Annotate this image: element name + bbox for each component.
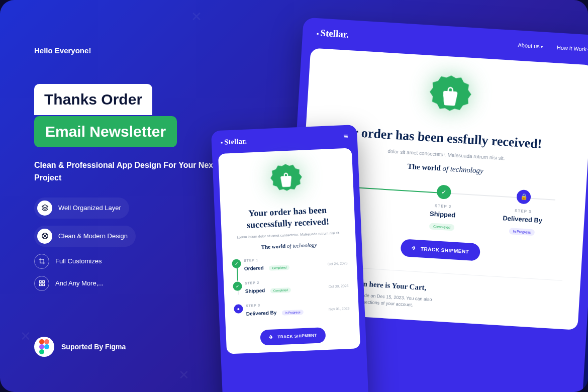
svg-point-8 <box>44 344 49 349</box>
svg-rect-3 <box>39 284 41 286</box>
basket-badge-icon <box>267 161 305 199</box>
check-icon: ✓ <box>233 281 242 291</box>
figma-icon <box>34 337 54 357</box>
feature-item: And Any More,... <box>34 276 225 291</box>
layers-icon <box>37 201 52 216</box>
feature-item: Clean & Modern Design <box>34 226 136 247</box>
svg-point-5 <box>39 339 44 344</box>
check-icon: ✓ <box>232 259 241 268</box>
hamburger-icon[interactable]: ≡ <box>343 132 348 141</box>
svg-point-6 <box>44 339 49 344</box>
crop-icon <box>34 254 49 269</box>
brand-logo: Stellar. <box>317 27 349 40</box>
svg-rect-2 <box>42 281 44 283</box>
email-subtext: Lorem ipsum dolor sit amet consectetur. … <box>231 230 346 240</box>
email-tagline: The world of technology <box>231 240 347 251</box>
track-shipment-button[interactable]: TRACK SHIPMENT <box>400 239 480 261</box>
grid-icon <box>34 276 49 291</box>
nav-link[interactable]: How it Work <box>557 44 588 52</box>
heading-line-1: Thanks Order <box>34 84 152 115</box>
heading-line-2: Email Newsletter <box>34 116 177 147</box>
greeting: Hello Everyone! <box>34 46 225 55</box>
lock-icon: 🔒 <box>517 189 532 205</box>
feature-item: Well Organized Layer <box>34 198 129 219</box>
subtitle: Clean & Professional App Design For Your… <box>34 159 225 184</box>
svg-rect-4 <box>42 284 44 286</box>
basket-badge-icon <box>425 71 475 122</box>
svg-point-7 <box>39 344 44 349</box>
check-icon: ✓ <box>437 184 452 200</box>
email-heading: Your order has been successfully receive… <box>230 204 346 231</box>
design-icon <box>37 229 52 244</box>
svg-point-9 <box>39 349 44 354</box>
brand-logo: Stellar. <box>221 137 247 146</box>
mobile-mockup: Stellar. ≡ Your order has been successfu… <box>211 125 369 392</box>
figma-badge: Suported By Figma <box>34 337 126 357</box>
feature-item: Full Customizes <box>34 254 225 269</box>
lock-icon: ● <box>234 304 243 314</box>
track-shipment-button[interactable]: TRACK SHIPMENT <box>260 327 326 346</box>
nav-link[interactable]: About us <box>518 42 543 50</box>
svg-rect-1 <box>39 281 41 283</box>
